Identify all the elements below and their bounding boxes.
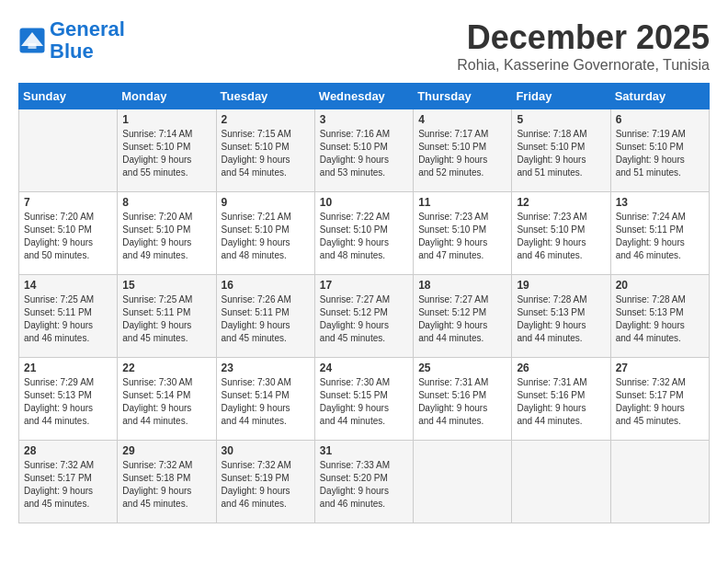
day-info: Sunrise: 7:28 AM Sunset: 5:13 PM Dayligh… (517, 293, 605, 345)
day-info: Sunrise: 7:25 AM Sunset: 5:11 PM Dayligh… (24, 293, 112, 345)
day-number: 16 (222, 279, 310, 292)
day-info: Sunrise: 7:32 AM Sunset: 5:19 PM Dayligh… (222, 459, 310, 511)
day-number: 19 (517, 279, 605, 292)
day-info: Sunrise: 7:25 AM Sunset: 5:11 PM Dayligh… (122, 293, 210, 345)
day-number: 9 (222, 196, 310, 209)
day-cell: 9Sunrise: 7:21 AM Sunset: 5:10 PM Daylig… (216, 192, 314, 275)
day-number: 2 (222, 113, 310, 126)
day-cell: 7Sunrise: 7:20 AM Sunset: 5:10 PM Daylig… (19, 192, 118, 275)
day-info: Sunrise: 7:32 AM Sunset: 5:18 PM Dayligh… (122, 459, 210, 511)
day-number: 31 (320, 444, 408, 457)
day-info: Sunrise: 7:16 AM Sunset: 5:10 PM Dayligh… (320, 128, 408, 179)
day-number: 10 (320, 196, 408, 209)
day-info: Sunrise: 7:26 AM Sunset: 5:11 PM Dayligh… (222, 293, 310, 345)
day-info: Sunrise: 7:29 AM Sunset: 5:13 PM Dayligh… (24, 376, 112, 428)
location-title: Rohia, Kasserine Governorate, Tunisia (457, 57, 710, 74)
day-number: 1 (122, 113, 210, 126)
day-info: Sunrise: 7:27 AM Sunset: 5:12 PM Dayligh… (418, 293, 506, 345)
day-number: 14 (24, 279, 112, 292)
day-cell: 16Sunrise: 7:26 AM Sunset: 5:11 PM Dayli… (216, 275, 314, 358)
day-cell: 18Sunrise: 7:27 AM Sunset: 5:12 PM Dayli… (414, 275, 512, 358)
logo-line1: General (50, 17, 125, 40)
day-info: Sunrise: 7:28 AM Sunset: 5:13 PM Dayligh… (616, 293, 704, 345)
calendar-header-row: SundayMondayTuesdayWednesdayThursdayFrid… (19, 84, 710, 109)
week-row-2: 7Sunrise: 7:20 AM Sunset: 5:10 PM Daylig… (19, 192, 710, 275)
day-info: Sunrise: 7:31 AM Sunset: 5:16 PM Dayligh… (418, 376, 506, 428)
day-number: 18 (418, 279, 506, 292)
day-info: Sunrise: 7:20 AM Sunset: 5:10 PM Dayligh… (122, 211, 210, 262)
page-header: General Blue December 2025 Rohia, Kasser… (18, 18, 710, 74)
day-cell: 31Sunrise: 7:33 AM Sunset: 5:20 PM Dayli… (314, 441, 413, 523)
day-cell: 25Sunrise: 7:31 AM Sunset: 5:16 PM Dayli… (414, 358, 512, 441)
day-number: 7 (24, 196, 112, 209)
day-cell: 15Sunrise: 7:25 AM Sunset: 5:11 PM Dayli… (118, 275, 216, 358)
week-row-5: 28Sunrise: 7:32 AM Sunset: 5:17 PM Dayli… (19, 441, 710, 523)
day-cell: 24Sunrise: 7:30 AM Sunset: 5:15 PM Dayli… (314, 358, 413, 441)
day-number: 26 (517, 362, 605, 374)
day-number: 25 (418, 362, 506, 374)
day-number: 8 (122, 196, 210, 209)
day-cell (19, 109, 118, 192)
day-cell: 6Sunrise: 7:19 AM Sunset: 5:10 PM Daylig… (610, 109, 709, 192)
day-number: 28 (24, 444, 112, 457)
week-row-3: 14Sunrise: 7:25 AM Sunset: 5:11 PM Dayli… (19, 275, 710, 358)
title-block: December 2025 Rohia, Kasserine Governora… (457, 18, 710, 74)
day-info: Sunrise: 7:32 AM Sunset: 5:17 PM Dayligh… (24, 459, 112, 511)
day-number: 27 (616, 362, 704, 374)
day-cell: 8Sunrise: 7:20 AM Sunset: 5:10 PM Daylig… (118, 192, 216, 275)
day-cell: 28Sunrise: 7:32 AM Sunset: 5:17 PM Dayli… (19, 441, 118, 523)
day-cell: 21Sunrise: 7:29 AM Sunset: 5:13 PM Dayli… (19, 358, 118, 441)
day-cell: 20Sunrise: 7:28 AM Sunset: 5:13 PM Dayli… (610, 275, 709, 358)
day-info: Sunrise: 7:30 AM Sunset: 5:14 PM Dayligh… (122, 376, 210, 428)
header-wednesday: Wednesday (314, 84, 413, 109)
day-cell: 22Sunrise: 7:30 AM Sunset: 5:14 PM Dayli… (118, 358, 216, 441)
day-info: Sunrise: 7:19 AM Sunset: 5:10 PM Dayligh… (616, 128, 704, 179)
logo: General Blue (18, 18, 125, 63)
logo-icon (18, 27, 46, 54)
day-info: Sunrise: 7:30 AM Sunset: 5:14 PM Dayligh… (222, 376, 310, 428)
week-row-1: 1Sunrise: 7:14 AM Sunset: 5:10 PM Daylig… (19, 109, 710, 192)
day-number: 6 (616, 113, 704, 126)
day-number: 11 (418, 196, 506, 209)
header-thursday: Thursday (414, 84, 512, 109)
day-number: 3 (320, 113, 408, 126)
day-info: Sunrise: 7:14 AM Sunset: 5:10 PM Dayligh… (122, 128, 210, 179)
day-cell: 2Sunrise: 7:15 AM Sunset: 5:10 PM Daylig… (216, 109, 314, 192)
day-cell: 4Sunrise: 7:17 AM Sunset: 5:10 PM Daylig… (414, 109, 512, 192)
header-tuesday: Tuesday (216, 84, 314, 109)
day-number: 20 (616, 279, 704, 292)
day-cell: 30Sunrise: 7:32 AM Sunset: 5:19 PM Dayli… (216, 441, 314, 523)
day-cell: 27Sunrise: 7:32 AM Sunset: 5:17 PM Dayli… (610, 358, 709, 441)
day-number: 21 (24, 362, 112, 374)
day-number: 22 (122, 362, 210, 374)
day-info: Sunrise: 7:18 AM Sunset: 5:10 PM Dayligh… (517, 128, 605, 179)
day-number: 29 (122, 444, 210, 457)
day-number: 5 (517, 113, 605, 126)
day-info: Sunrise: 7:15 AM Sunset: 5:10 PM Dayligh… (222, 128, 310, 179)
day-cell (610, 441, 709, 523)
day-cell: 23Sunrise: 7:30 AM Sunset: 5:14 PM Dayli… (216, 358, 314, 441)
calendar-table: SundayMondayTuesdayWednesdayThursdayFrid… (18, 83, 710, 523)
day-cell: 3Sunrise: 7:16 AM Sunset: 5:10 PM Daylig… (314, 109, 413, 192)
day-number: 15 (122, 279, 210, 292)
day-number: 24 (320, 362, 408, 374)
day-cell: 19Sunrise: 7:28 AM Sunset: 5:13 PM Dayli… (512, 275, 610, 358)
day-info: Sunrise: 7:33 AM Sunset: 5:20 PM Dayligh… (320, 459, 408, 511)
day-info: Sunrise: 7:23 AM Sunset: 5:10 PM Dayligh… (418, 211, 506, 262)
header-monday: Monday (118, 84, 216, 109)
day-info: Sunrise: 7:23 AM Sunset: 5:10 PM Dayligh… (517, 211, 605, 262)
day-cell: 10Sunrise: 7:22 AM Sunset: 5:10 PM Dayli… (314, 192, 413, 275)
day-cell: 17Sunrise: 7:27 AM Sunset: 5:12 PM Dayli… (314, 275, 413, 358)
day-info: Sunrise: 7:24 AM Sunset: 5:11 PM Dayligh… (616, 211, 704, 262)
week-row-4: 21Sunrise: 7:29 AM Sunset: 5:13 PM Dayli… (19, 358, 710, 441)
day-info: Sunrise: 7:31 AM Sunset: 5:16 PM Dayligh… (517, 376, 605, 428)
day-cell: 29Sunrise: 7:32 AM Sunset: 5:18 PM Dayli… (118, 441, 216, 523)
month-title: December 2025 (457, 18, 710, 57)
day-info: Sunrise: 7:17 AM Sunset: 5:10 PM Dayligh… (418, 128, 506, 179)
header-saturday: Saturday (610, 84, 709, 109)
day-info: Sunrise: 7:30 AM Sunset: 5:15 PM Dayligh… (320, 376, 408, 428)
day-info: Sunrise: 7:32 AM Sunset: 5:17 PM Dayligh… (616, 376, 704, 428)
day-info: Sunrise: 7:20 AM Sunset: 5:10 PM Dayligh… (24, 211, 112, 262)
day-cell: 5Sunrise: 7:18 AM Sunset: 5:10 PM Daylig… (512, 109, 610, 192)
day-number: 17 (320, 279, 408, 292)
